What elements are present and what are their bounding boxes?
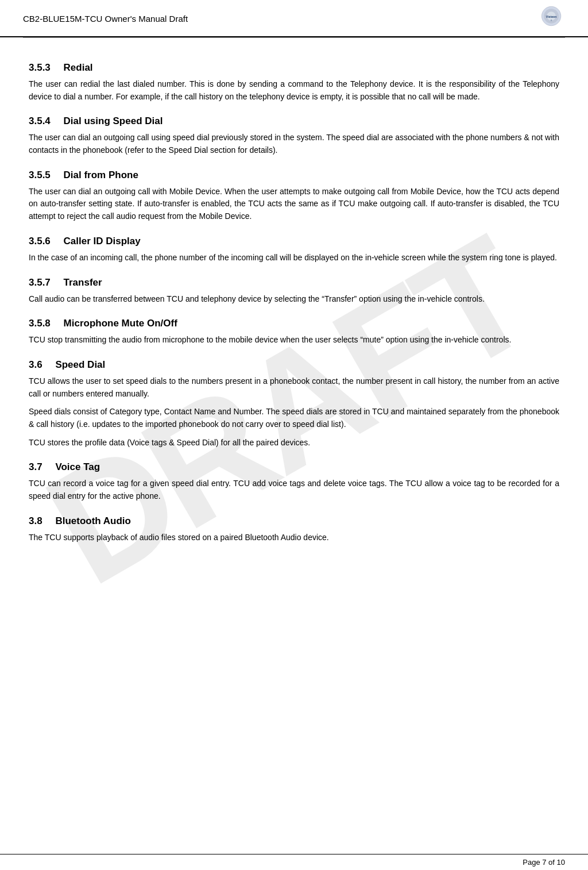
section-3-8-para-0: The TCU supports playback of audio files… (29, 532, 559, 544)
section-3-5-3-para-0: The user can redial the last dialed numb… (29, 78, 559, 103)
section-3-5-3-title: Redial (64, 62, 93, 73)
section-3-5-4: 3.5.4 Dial using Speed Dial The user can… (29, 116, 559, 156)
section-3-5-4-heading: 3.5.4 Dial using Speed Dial (29, 116, 559, 127)
section-3-6: 3.6 Speed Dial TCU allows the user to se… (29, 359, 559, 449)
section-3-5-5-title: Dial from Phone (64, 170, 138, 180)
section-3-5-7-para-0: Call audio can be transferred between TC… (29, 293, 559, 306)
section-3-5-3-heading: 3.5.3 Redial (29, 62, 559, 74)
section-3-5-6-title: Caller ID Display (64, 236, 141, 247)
section-3-5-6-num: 3.5.6 (29, 236, 51, 247)
section-3-6-num: 3.6 (29, 359, 42, 370)
section-3-7-num: 3.7 (29, 461, 42, 472)
section-3-8-heading: 3.8 Bluetooth Audio (29, 515, 559, 527)
section-3-7-heading: 3.7 Voice Tag (29, 461, 559, 473)
page-container: CB2-BLUE15M-TCU Owner's Manual Draft Vis… (0, 0, 588, 870)
section-3-6-para-2: TCU stores the profile data (Voice tags … (29, 437, 559, 449)
section-3-5-8-num: 3.5.8 (29, 318, 51, 329)
section-3-6-para-0: TCU allows the user to set speed dials t… (29, 375, 559, 400)
section-3-5-3-num: 3.5.3 (29, 62, 51, 73)
visteon-logo: Visteon ® (519, 6, 565, 32)
svg-text:Visteon: Visteon (546, 15, 556, 18)
section-3-5-4-para-0: The user can dial an outgoing call using… (29, 132, 559, 156)
section-3-5-4-title: Dial using Speed Dial (64, 116, 163, 126)
section-3-5-7-heading: 3.5.7 Transfer (29, 277, 559, 288)
section-3-5-5: 3.5.5 Dial from Phone The user can dial … (29, 170, 559, 223)
logo-container: Visteon ® (519, 6, 565, 32)
section-3-5-5-heading: 3.5.5 Dial from Phone (29, 170, 559, 181)
content-inner: 3.5.3 Redial The user can redial the las… (29, 62, 559, 544)
section-3-8: 3.8 Bluetooth Audio The TCU supports pla… (29, 515, 559, 544)
section-3-6-heading: 3.6 Speed Dial (29, 359, 559, 371)
page-footer: Page 7 of 10 (0, 854, 588, 870)
section-3-5-8: 3.5.8 Microphone Mute On/Off TCU stop tr… (29, 318, 559, 347)
section-3-5-8-heading: 3.5.8 Microphone Mute On/Off (29, 318, 559, 329)
section-3-5-6-para-0: In the case of an incoming call, the pho… (29, 252, 559, 264)
section-3-5-4-num: 3.5.4 (29, 116, 51, 126)
page-header: CB2-BLUE15M-TCU Owner's Manual Draft Vis… (0, 0, 588, 37)
section-3-5-7: 3.5.7 Transfer Call audio can be transfe… (29, 277, 559, 306)
main-content: DRAFT 3.5.3 Redial The user can redial t… (0, 38, 588, 572)
section-3-5-5-para-0: The user can dial an outgoing call with … (29, 186, 559, 223)
section-3-5-7-title: Transfer (64, 277, 102, 288)
section-3-7: 3.7 Voice Tag TCU can record a voice tag… (29, 461, 559, 502)
section-3-5-6: 3.5.6 Caller ID Display In the case of a… (29, 236, 559, 264)
section-3-8-title: Bluetooth Audio (55, 515, 131, 526)
section-3-5-3: 3.5.3 Redial The user can redial the las… (29, 62, 559, 103)
section-3-5-8-title: Microphone Mute On/Off (64, 318, 177, 329)
section-3-8-num: 3.8 (29, 515, 42, 526)
section-3-5-8-para-0: TCU stop transmitting the audio from mic… (29, 334, 559, 347)
section-3-7-title: Voice Tag (55, 461, 100, 472)
section-3-5-6-heading: 3.5.6 Caller ID Display (29, 236, 559, 247)
footer-page-number: Page 7 of 10 (523, 858, 565, 867)
section-3-7-para-0: TCU can record a voice tag for a given s… (29, 478, 559, 502)
section-3-5-7-num: 3.5.7 (29, 277, 51, 288)
section-3-5-5-num: 3.5.5 (29, 170, 51, 180)
section-3-6-title: Speed Dial (55, 359, 105, 370)
section-3-6-para-1: Speed dials consist of Category type, Co… (29, 406, 559, 430)
header-title: CB2-BLUE15M-TCU Owner's Manual Draft (23, 14, 188, 24)
